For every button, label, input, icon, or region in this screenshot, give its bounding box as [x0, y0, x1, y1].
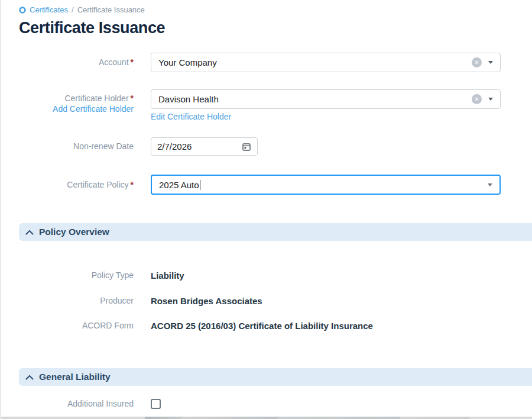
section-policy-overview-title: Policy Overview	[39, 227, 109, 237]
section-policy-overview-header[interactable]: Policy Overview	[19, 223, 532, 241]
additional-insured-row: Additional Insured	[1, 399, 532, 409]
acord-form-label: ACORD Form	[1, 321, 134, 331]
certificate-policy-required-marker: *	[131, 180, 134, 189]
certificate-holder-label-text: Certificate Holder	[64, 94, 128, 103]
account-label: Account*	[1, 53, 134, 72]
non-renew-date-input[interactable]: 2/7/2026	[151, 137, 258, 156]
producer-label: Producer	[1, 296, 134, 306]
certificate-holder-row: Certificate Holder* Add Certificate Hold…	[1, 89, 532, 122]
account-caret-down-icon[interactable]	[488, 61, 493, 64]
chevron-up-icon	[25, 230, 34, 235]
cut-off-content-strip	[1, 417, 532, 419]
certificate-policy-label-text: Certificate Policy	[67, 180, 128, 189]
acord-form-row: ACORD Form ACORD 25 (2016/03) Certificat…	[1, 321, 532, 331]
breadcrumb-certificates-link[interactable]: Certificates	[30, 5, 68, 14]
certificate-issuance-page: Certificates / Certificate Issuance Cert…	[0, 0, 532, 419]
section-general-liability-header[interactable]: General Liability	[19, 368, 532, 386]
certificate-policy-row: Certificate Policy* 2025 Auto	[1, 175, 532, 195]
additional-insured-checkbox[interactable]	[151, 399, 161, 409]
text-caret	[200, 180, 200, 190]
breadcrumb-separator: /	[72, 5, 74, 14]
page-title: Certificate Issuance	[19, 19, 165, 37]
account-row: Account* Your Company ✕	[1, 53, 532, 72]
certificate-holder-label-block: Certificate Holder* Add Certificate Hold…	[1, 89, 134, 122]
additional-insured-label: Additional Insured	[1, 399, 134, 409]
policy-type-row: Policy Type Liability	[1, 270, 532, 281]
non-renew-date-row: Non-renew Date 2/7/2026	[1, 137, 532, 156]
account-value: Your Company	[158, 57, 217, 67]
non-renew-date-label: Non-renew Date	[1, 137, 134, 156]
producer-value: Rosen Bridges Associates	[151, 296, 262, 306]
producer-row: Producer Rosen Bridges Associates	[1, 296, 532, 306]
breadcrumb-current: Certificate Issuance	[77, 5, 145, 14]
account-label-text: Account	[99, 57, 129, 67]
section-general-liability-title: General Liability	[39, 372, 111, 382]
account-required-marker: *	[131, 57, 134, 67]
certificate-holder-clear-icon[interactable]: ✕	[472, 94, 482, 104]
certificate-policy-caret-down-icon[interactable]	[488, 183, 492, 186]
certificate-policy-label: Certificate Policy*	[1, 175, 134, 195]
certificate-policy-select[interactable]: 2025 Auto	[151, 175, 501, 195]
breadcrumb: Certificates / Certificate Issuance	[19, 5, 145, 14]
certificate-policy-value: 2025 Auto	[159, 180, 199, 190]
account-select[interactable]: Your Company ✕	[151, 53, 501, 72]
acord-form-value: ACORD 25 (2016/03) Certificate of Liabil…	[151, 321, 373, 331]
add-certificate-holder-link[interactable]: Add Certificate Holder	[1, 104, 134, 114]
certificate-holder-caret-down-icon[interactable]	[488, 98, 493, 101]
chevron-up-icon	[25, 375, 34, 380]
certificate-holder-select[interactable]: Davison Health ✕	[151, 89, 501, 109]
certificate-holder-required-marker: *	[131, 94, 134, 103]
calendar-icon[interactable]	[242, 142, 251, 152]
policy-type-label: Policy Type	[1, 270, 134, 281]
non-renew-date-value: 2/7/2026	[157, 141, 192, 152]
certificates-ring-icon	[19, 7, 26, 14]
certificate-holder-value: Davison Health	[158, 94, 219, 104]
certificate-holder-label: Certificate Holder*	[1, 94, 134, 103]
policy-type-value: Liability	[151, 270, 184, 281]
account-clear-icon[interactable]: ✕	[472, 57, 482, 67]
edit-certificate-holder-link[interactable]: Edit Certificate Holder	[151, 112, 231, 121]
